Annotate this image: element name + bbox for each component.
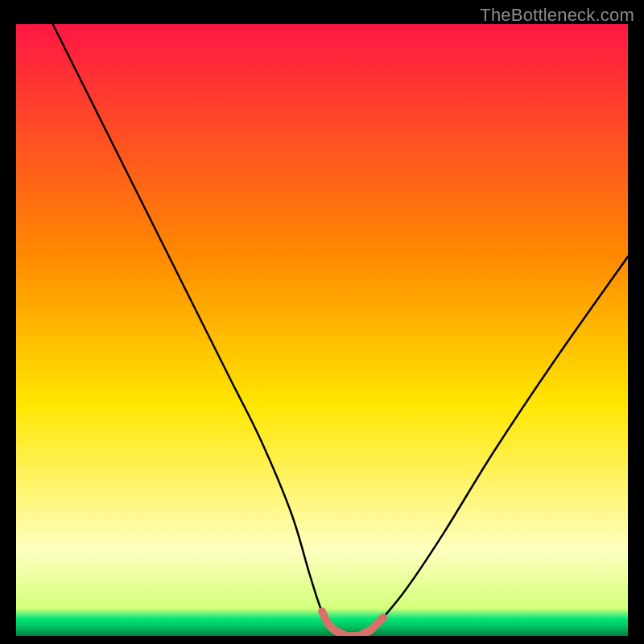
bottleneck-curve — [53, 24, 628, 636]
curve-layer — [16, 24, 628, 636]
watermark-text: TheBottleneck.com — [480, 5, 634, 26]
chart-stage: TheBottleneck.com — [0, 0, 644, 644]
plot-area — [16, 24, 628, 636]
optimal-range-marker — [322, 612, 383, 636]
